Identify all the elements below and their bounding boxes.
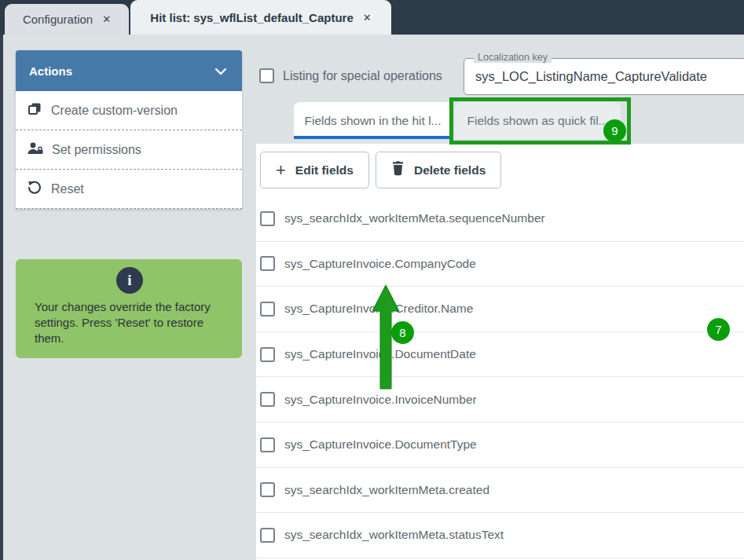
fields-pane: + Edit fields Delete fields sys_searchId… (256, 144, 744, 560)
row-label: sys_CaptureInvoice.DocumentDate (284, 347, 476, 361)
row-checkbox[interactable] (260, 528, 275, 543)
tab-fields-quick-filter-label: Fields shown as quick fil... (467, 114, 608, 128)
localization-key-field[interactable]: Localization key sys_LOC_ListingName_Cap… (464, 58, 744, 95)
special-operations-checkbox[interactable] (259, 68, 274, 83)
row-label: sys_searchIdx_workItemMeta.statusText (284, 528, 504, 542)
list-item[interactable]: sys_CaptureInvoice.DocumentType (256, 423, 744, 468)
list-item[interactable]: sys_CaptureInvoice.InvoiceNumber (256, 377, 744, 423)
close-icon[interactable]: ✕ (102, 14, 111, 24)
row-label: sys_CaptureInvoice.Creditor.Name (284, 302, 473, 316)
edit-fields-button[interactable]: + Edit fields (260, 152, 369, 188)
tab-fields-quick-filter[interactable]: Fields shown as quick fil... (455, 102, 621, 139)
active-tab-underline (294, 136, 452, 139)
action-label: Reset (51, 182, 84, 196)
tab-hit-list-label: Hit list: sys_wflList_default_Capture (150, 11, 353, 24)
special-operations-row: Listing for special operations (259, 68, 442, 83)
tab-fields-hit-list-label: Fields shown in the hit l... (304, 114, 441, 128)
delete-fields-label: Delete fields (414, 163, 486, 178)
special-operations-label: Listing for special operations (283, 69, 442, 83)
fields-toolbar: + Edit fields Delete fields (260, 152, 501, 188)
localization-key-label: Localization key (474, 52, 552, 63)
tab-configuration[interactable]: Configuration ✕ (5, 4, 129, 35)
action-create-custom-version[interactable]: Create custom-version (16, 91, 242, 130)
plus-icon: + (276, 162, 286, 179)
list-item[interactable]: sys_searchIdx_workItemMeta.sequenceNumbe… (256, 196, 744, 242)
info-box-text: Your changes override the factory settin… (35, 299, 225, 346)
actions-header-label: Actions (29, 64, 72, 78)
localization-key-value: sys_LOC_ListingName_CaptureValidate (475, 69, 707, 84)
info-icon: i (116, 267, 143, 294)
list-item[interactable]: sys_searchIdx_workItemMeta.created (256, 468, 744, 514)
tab-configuration-label: Configuration (23, 13, 93, 26)
row-label: sys_CaptureInvoice.DocumentType (284, 437, 477, 452)
row-label: sys_CaptureInvoice.CompanyCode (284, 257, 476, 271)
row-checkbox[interactable] (260, 347, 275, 362)
row-checkbox[interactable] (260, 302, 275, 317)
list-item[interactable]: sys_CaptureInvoice.Creditor.Name (256, 287, 744, 332)
actions-panel: Actions Create custom-version Set permis… (16, 50, 242, 209)
tab-hit-list[interactable]: Hit list: sys_wflList_default_Capture ✕ (130, 0, 391, 35)
left-edge-divider (0, 35, 3, 560)
action-set-permissions[interactable]: Set permissions (16, 130, 242, 170)
window-tab-bar: Configuration ✕ Hit list: sys_wflList_de… (0, 0, 744, 35)
row-checkbox[interactable] (260, 256, 275, 271)
row-label: sys_CaptureInvoice.InvoiceNumber (284, 393, 477, 407)
row-checkbox[interactable] (260, 211, 275, 226)
list-item[interactable]: sys_searchIdx_workItemMeta.statusText (256, 513, 744, 558)
action-label: Create custom-version (51, 104, 178, 118)
row-checkbox[interactable] (260, 437, 275, 452)
row-checkbox[interactable] (260, 482, 275, 497)
person-lock-icon (27, 141, 43, 159)
tab-fields-hit-list[interactable]: Fields shown in the hit l... (294, 102, 452, 139)
actions-header[interactable]: Actions (16, 50, 242, 91)
delete-fields-button[interactable]: Delete fields (376, 152, 501, 188)
edit-fields-label: Edit fields (295, 163, 354, 178)
list-item[interactable]: sys_CaptureInvoice.DocumentDate (256, 332, 744, 378)
row-label: sys_searchIdx_workItemMeta.created (284, 483, 489, 497)
chevron-down-icon (215, 64, 226, 78)
fields-list: sys_searchIdx_workItemMeta.sequenceNumbe… (256, 196, 744, 558)
close-icon[interactable]: ✕ (363, 13, 372, 23)
reset-icon (27, 180, 42, 199)
list-item[interactable]: sys_CaptureInvoice.CompanyCode (256, 242, 744, 287)
row-checkbox[interactable] (260, 392, 275, 407)
trash-icon (391, 161, 405, 179)
row-label: sys_searchIdx_workItemMeta.sequenceNumbe… (284, 211, 545, 225)
action-label: Set permissions (52, 143, 141, 157)
action-reset[interactable]: Reset (16, 170, 242, 209)
copy-icon (27, 101, 42, 120)
info-box: i Your changes override the factory sett… (16, 259, 242, 358)
